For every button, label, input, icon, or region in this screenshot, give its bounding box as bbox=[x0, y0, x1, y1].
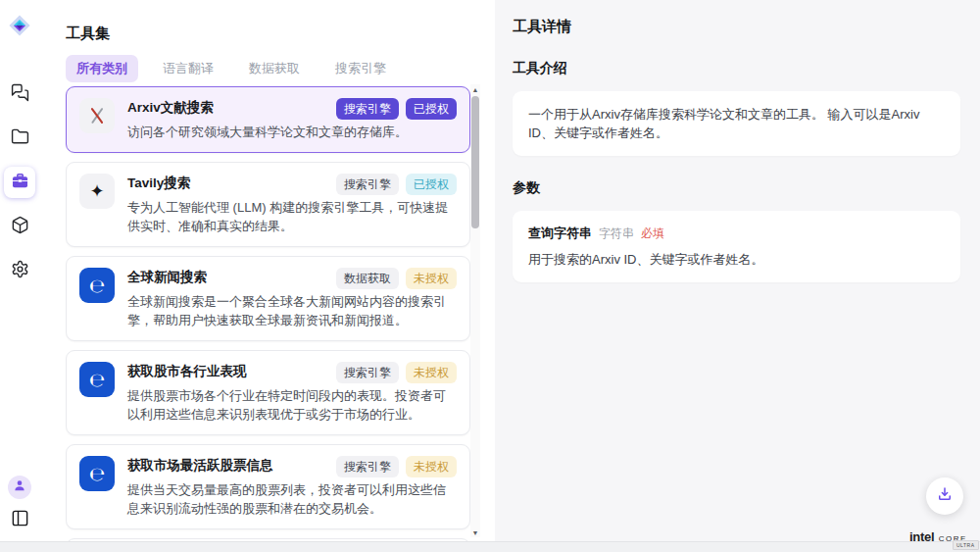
param-card: 查询字符串 字符串 必填 用于搜索的Arxiv ID、关键字或作者姓名。 bbox=[513, 211, 960, 282]
user-icon bbox=[13, 478, 26, 496]
param-required-flag: 必填 bbox=[641, 226, 664, 242]
app-logo-icon bbox=[7, 13, 32, 38]
sidebar-item-settings[interactable] bbox=[4, 255, 35, 286]
tool-card-tavily[interactable]: ✦ Tavily搜索 搜索引擎 已授权 专为人工智能代理 (LLM) 构建的搜索… bbox=[66, 162, 470, 247]
brand-ultra-badge: ULTRA bbox=[953, 540, 979, 550]
auth-badge: 未授权 bbox=[406, 268, 457, 289]
scrollbar-down-arrow-icon[interactable]: ▼ bbox=[470, 527, 480, 537]
intro-text: 一个用于从Arxiv存储库搜索科学论文和文章的工具。 输入可以是Arxiv ID… bbox=[528, 105, 945, 142]
sidebar-item-tools[interactable] bbox=[4, 167, 35, 198]
category-tabs: 所有类别 语言翻译 数据获取 搜索引擎 bbox=[66, 55, 397, 82]
category-badge: 搜索引擎 bbox=[336, 362, 399, 383]
gear-icon bbox=[11, 260, 29, 282]
tool-card-sector-performance[interactable]: ℮ 获取股市各行业表现 搜索引擎 未授权 提供股票市场各个行业在特定时间段内的表… bbox=[66, 350, 470, 435]
tool-name: Tavily搜索 bbox=[127, 174, 328, 192]
tool-description: 全球新闻搜索是一个聚合全球各大新闻网站内容的搜索引擎，帮助用户快速获取全球最新资… bbox=[127, 292, 457, 329]
tab-all-categories[interactable]: 所有类别 bbox=[66, 55, 138, 82]
list-scrollbar[interactable]: ▲ ▼ bbox=[470, 84, 480, 537]
app-window: 工具集 所有类别 语言翻译 数据获取 搜索引擎 Arxiv文献搜索 搜索引擎 已… bbox=[0, 0, 980, 552]
tool-name: Arxiv文献搜索 bbox=[127, 98, 328, 117]
tool-name: 获取股市各行业表现 bbox=[127, 362, 328, 380]
tool-list: Arxiv文献搜索 搜索引擎 已授权 访问各个研究领域大量科学论文和文章的存储库… bbox=[66, 86, 470, 541]
param-name: 查询字符串 bbox=[528, 225, 592, 242]
chat-icon bbox=[11, 83, 29, 106]
tool-card-active-stocks[interactable]: ℮ 获取市场最活跃股票信息 搜索引擎 未授权 提供当天交易量最高的股票列表，投资… bbox=[66, 444, 470, 529]
toolbox-icon bbox=[11, 172, 29, 194]
sidebar-item-chat[interactable] bbox=[4, 78, 35, 110]
params-heading: 参数 bbox=[513, 179, 960, 197]
sidebar-item-files[interactable] bbox=[4, 123, 35, 154]
toolset-title: 工具集 bbox=[66, 25, 110, 43]
toolset-panel: 工具集 所有类别 语言翻译 数据获取 搜索引擎 Arxiv文献搜索 搜索引擎 已… bbox=[39, 0, 495, 541]
tab-search-engine[interactable]: 搜索引擎 bbox=[324, 55, 397, 82]
details-title: 工具详情 bbox=[513, 18, 960, 36]
arxiv-logo-icon bbox=[79, 98, 115, 133]
tool-name: 全球新闻搜索 bbox=[127, 268, 328, 286]
tool-details-panel: 工具详情 工具介绍 一个用于从Arxiv存储库搜索科学论文和文章的工具。 输入可… bbox=[495, 0, 980, 541]
news-provider-icon: ℮ bbox=[79, 268, 115, 303]
tavily-star-icon: ✦ bbox=[79, 174, 115, 209]
param-type: 字符串 bbox=[599, 226, 634, 242]
download-icon bbox=[936, 485, 954, 507]
download-button[interactable] bbox=[926, 477, 963, 515]
auth-badge: 未授权 bbox=[406, 456, 457, 477]
panel-left-icon bbox=[11, 509, 29, 531]
brand-intel-text: intel bbox=[909, 529, 934, 544]
tool-description: 专为人工智能代理 (LLM) 构建的搜索引擎工具，可快速提供实时、准确和真实的结… bbox=[127, 198, 457, 235]
finance-provider-icon: ℮ bbox=[79, 362, 115, 397]
scrollbar-up-arrow-icon[interactable]: ▲ bbox=[470, 84, 480, 94]
user-avatar[interactable] bbox=[8, 476, 31, 499]
tool-name: 获取市场最活跃股票信息 bbox=[127, 456, 328, 475]
folder-icon bbox=[11, 127, 29, 150]
intro-card: 一个用于从Arxiv存储库搜索科学论文和文章的工具。 输入可以是Arxiv ID… bbox=[513, 91, 960, 156]
sidebar-item-packages[interactable] bbox=[4, 211, 35, 242]
panel-toggle-button[interactable] bbox=[4, 508, 35, 531]
finance-provider-icon: ℮ bbox=[79, 456, 115, 491]
category-badge: 搜索引擎 bbox=[336, 174, 399, 195]
intro-heading: 工具介绍 bbox=[513, 60, 960, 77]
auth-badge: 已授权 bbox=[406, 98, 457, 120]
category-badge: 数据获取 bbox=[336, 268, 399, 289]
param-description: 用于搜索的Arxiv ID、关键字或作者姓名。 bbox=[528, 251, 945, 269]
tab-data-fetching[interactable]: 数据获取 bbox=[238, 55, 311, 82]
tool-card-arxiv[interactable]: Arxiv文献搜索 搜索引擎 已授权 访问各个研究领域大量科学论文和文章的存储库… bbox=[66, 86, 470, 153]
sidebar bbox=[0, 0, 39, 541]
cube-icon bbox=[11, 216, 29, 238]
tool-description: 访问各个研究领域大量科学论文和文章的存储库。 bbox=[127, 123, 457, 141]
tab-language-translation[interactable]: 语言翻译 bbox=[152, 55, 224, 82]
category-badge: 搜索引擎 bbox=[336, 456, 399, 477]
scrollbar-thumb[interactable] bbox=[471, 96, 479, 228]
auth-badge: 已授权 bbox=[406, 174, 457, 195]
tool-description: 提供股票市场各个行业在特定时间段内的表现。投资者可以利用这些信息来识别表现优于或… bbox=[127, 386, 457, 424]
category-badge: 搜索引擎 bbox=[336, 98, 399, 120]
tool-description: 提供当天交易量最高的股票列表，投资者可以利用这些信息来识别流动性强的股票和潜在的… bbox=[127, 480, 457, 518]
tool-card-global-news[interactable]: ℮ 全球新闻搜索 数据获取 未授权 全球新闻搜索是一个聚合全球各大新闻网站内容的… bbox=[66, 256, 470, 341]
auth-badge: 未授权 bbox=[406, 362, 457, 383]
bottom-edge-strip bbox=[0, 541, 980, 552]
